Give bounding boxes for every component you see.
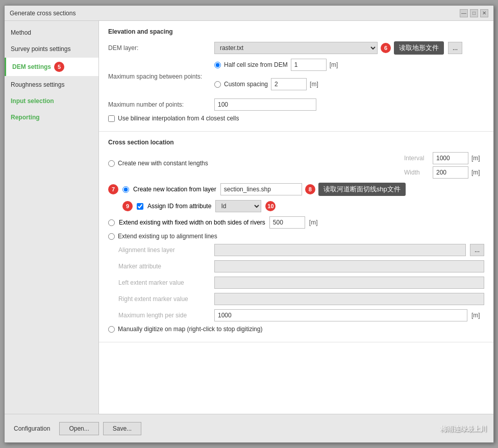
badge-8: 8: [305, 184, 315, 194]
config-label: Configuration: [14, 425, 50, 432]
alignment-lines-input[interactable]: [214, 244, 466, 256]
custom-spacing-radio[interactable]: [214, 81, 221, 88]
create-from-layer-radio[interactable]: [122, 186, 129, 193]
custom-spacing-unit: [m]: [310, 81, 322, 88]
dem-layer-row: DEM layer: raster.txt 6 读取地形文件 ...: [108, 41, 484, 55]
half-cell-unit: [m]: [330, 61, 342, 68]
digitize-row: Manually digitize on map (right-click to…: [108, 326, 484, 333]
max-length-input[interactable]: [214, 309, 467, 321]
sidebar: Method Survey points settings DEM settin…: [5, 21, 99, 414]
bilinear-row: Use bilinear interpolation from 4 closes…: [108, 115, 484, 122]
max-spacing-row: Maximum spacing between points: Half cel…: [108, 59, 484, 94]
sidebar-item-roughness[interactable]: Roughness settings: [5, 77, 98, 92]
dem-layer-select[interactable]: raster.txt: [214, 42, 378, 54]
badge-9: 9: [122, 201, 133, 211]
create-from-layer-row: 7 Create new location from layer 8 读取河道断…: [108, 183, 484, 196]
max-length-label: Maximum length per side: [118, 312, 210, 319]
right-panel: Elevation and spacing DEM layer: raster.…: [99, 21, 493, 414]
sidebar-item-method[interactable]: Method: [5, 25, 98, 40]
create-new-constant-row: Create new with constant lengths: [108, 160, 208, 167]
bilinear-checkbox[interactable]: [108, 115, 115, 122]
half-cell-value[interactable]: [291, 59, 327, 71]
extend-fixed-radio[interactable]: [108, 219, 115, 226]
custom-spacing-value[interactable]: [271, 78, 307, 90]
right-extent-input[interactable]: [214, 293, 484, 305]
extend-alignment-row: Extend existing up to alignment lines: [108, 233, 484, 240]
create-new-constant-label: Create new with constant lengths: [118, 160, 208, 167]
left-extent-row: Left extent marker value: [118, 277, 484, 289]
cross-section-title: Cross section location: [108, 139, 484, 146]
right-extent-row: Right extent marker value: [118, 293, 484, 305]
extend-value[interactable]: [269, 216, 305, 229]
sidebar-item-input-selection[interactable]: Input selection: [5, 93, 98, 109]
custom-spacing-radio-row: Custom spacing [m]: [214, 78, 342, 90]
digitize-radio[interactable]: [108, 326, 115, 333]
badge-7: 7: [108, 184, 118, 194]
digitize-label: Manually digitize on map (right-click to…: [118, 326, 262, 333]
alignment-lines-label: Alignment lines layer: [118, 246, 210, 254]
max-points-row: Maximum number of points:: [108, 98, 484, 111]
sidebar-item-reporting[interactable]: Reporting: [5, 110, 98, 125]
save-button[interactable]: Save...: [103, 422, 141, 435]
open-button[interactable]: Open...: [59, 422, 98, 435]
half-cell-radio[interactable]: [214, 62, 221, 68]
max-points-label: Maximum number of points:: [108, 101, 210, 108]
bilinear-label: Use bilinear interpolation from 4 closes…: [118, 115, 239, 122]
dem-browse-button[interactable]: ...: [448, 42, 462, 54]
sidebar-item-dem-settings[interactable]: DEM settings 5: [5, 58, 98, 76]
left-extent-label: Left extent marker value: [118, 279, 210, 286]
extend-fixed-row: Extend existing with fixed width on both…: [108, 216, 484, 229]
max-length-unit: [m]: [471, 312, 484, 319]
width-label: Width: [404, 169, 430, 176]
main-window: Generate cross sections — □ ✕ Method Sur…: [4, 5, 494, 443]
assign-id-checkbox[interactable]: [137, 203, 143, 210]
assign-id-label: Assign ID from attribute: [147, 203, 211, 210]
half-cell-label: Half cell size from DEM: [224, 61, 288, 68]
tooltip-8: 读取河道断面切线shp文件: [318, 183, 406, 196]
create-new-constant-radio[interactable]: [108, 160, 115, 167]
elevation-section-title: Elevation and spacing: [108, 28, 484, 35]
badge-10: 10: [265, 201, 276, 211]
interval-value[interactable]: [433, 152, 468, 164]
marker-attr-input[interactable]: [214, 260, 484, 272]
sidebar-item-survey-points[interactable]: Survey points settings: [5, 41, 98, 57]
create-from-layer-label: Create new location from layer: [133, 186, 216, 193]
marker-attr-label: Marker attribute: [118, 263, 210, 270]
left-extent-input[interactable]: [214, 277, 484, 289]
window-title: Generate cross sections: [10, 10, 76, 17]
extend-alignment-radio[interactable]: [108, 233, 115, 240]
window-controls: — □ ✕: [460, 9, 488, 17]
extend-alignment-label: Extend existing up to alignment lines: [118, 233, 217, 240]
elevation-section: Elevation and spacing DEM layer: raster.…: [99, 21, 493, 132]
half-cell-radio-row: Half cell size from DEM [m]: [214, 59, 342, 71]
alignment-lines-row: Alignment lines layer ...: [118, 244, 484, 256]
dem-badge-6: 6: [381, 43, 391, 53]
id-dropdown[interactable]: Id: [215, 200, 261, 212]
alignment-browse-button[interactable]: ...: [470, 244, 484, 256]
dem-tooltip: 读取地形文件: [394, 41, 444, 55]
footer: Configuration Open... Save...: [5, 414, 493, 442]
dem-settings-badge: 5: [54, 62, 64, 72]
extend-fixed-label: Extend existing with fixed width on both…: [119, 219, 265, 226]
width-unit: [m]: [471, 169, 484, 176]
max-points-input[interactable]: [214, 98, 316, 111]
marker-attr-row: Marker attribute: [118, 260, 484, 272]
interval-label: Interval: [404, 155, 430, 162]
minimize-button[interactable]: —: [460, 9, 468, 17]
width-value[interactable]: [433, 166, 468, 179]
dem-layer-label: DEM layer:: [108, 44, 210, 52]
title-bar: Generate cross sections — □ ✕: [5, 6, 493, 21]
shp-input[interactable]: [220, 183, 302, 195]
right-extent-label: Right extent marker value: [118, 295, 210, 303]
cross-section-section: Cross section location Create new with c…: [99, 132, 493, 342]
custom-spacing-label: Custom spacing: [224, 81, 268, 88]
max-spacing-label: Maximum spacing between points:: [108, 73, 210, 80]
close-button[interactable]: ✕: [480, 9, 488, 17]
max-length-row: Maximum length per side [m]: [118, 309, 484, 321]
main-content: Method Survey points settings DEM settin…: [5, 21, 493, 414]
extend-unit: [m]: [309, 219, 322, 226]
interval-unit: [m]: [471, 155, 484, 162]
maximize-button[interactable]: □: [470, 9, 478, 17]
